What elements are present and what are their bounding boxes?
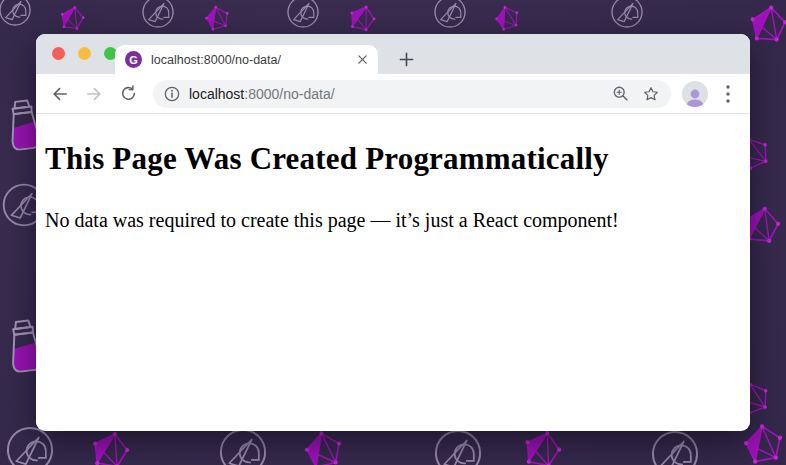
- reload-icon: [119, 84, 138, 103]
- gem-icon: [204, 5, 230, 31]
- kebab-menu-icon[interactable]: [718, 82, 738, 106]
- page-paragraph: No data was required to create this page…: [45, 209, 741, 232]
- traffic-light-close-button[interactable]: [52, 47, 65, 60]
- gem-icon: [522, 429, 562, 465]
- desktop-background: G localhost:8000/no-data/: [0, 0, 786, 465]
- gem-icon: [748, 4, 786, 44]
- gatsby-logo-icon: [218, 427, 268, 465]
- zoom-in-icon[interactable]: [612, 85, 629, 102]
- gem-icon: [348, 4, 376, 32]
- plus-icon: [399, 52, 414, 67]
- back-icon: [50, 84, 70, 104]
- page-heading: This Page Was Created Programmatically: [45, 141, 741, 177]
- forward-button[interactable]: [82, 82, 106, 106]
- browser-tab[interactable]: G localhost:8000/no-data/: [115, 45, 378, 74]
- back-button[interactable]: [48, 82, 72, 106]
- gatsby-logo-icon: [141, 0, 175, 29]
- gem-icon: [303, 430, 343, 465]
- browser-toolbar: localhost:8000/no-data/: [36, 74, 750, 114]
- gem-icon: [494, 5, 520, 31]
- gatsby-logo-icon: [0, 0, 32, 27]
- gatsby-logo-icon: [610, 0, 644, 29]
- traffic-light-minimize-button[interactable]: [78, 47, 91, 60]
- gatsby-logo-icon: [650, 429, 700, 465]
- tab-close-icon[interactable]: [357, 54, 368, 65]
- gatsby-logo-icon: [433, 428, 483, 465]
- url-path: :8000/no-data/: [244, 86, 334, 102]
- url-host: localhost: [189, 86, 244, 102]
- tab-title: localhost:8000/no-data/: [151, 53, 349, 67]
- gem-icon: [59, 5, 85, 31]
- url-text[interactable]: localhost:8000/no-data/: [189, 86, 599, 102]
- gatsby-logo-icon: [286, 0, 320, 29]
- browser-window: G localhost:8000/no-data/: [36, 34, 750, 431]
- forward-icon: [84, 84, 104, 104]
- gem-icon: [90, 430, 130, 465]
- address-bar[interactable]: localhost:8000/no-data/: [153, 80, 671, 108]
- info-icon[interactable]: [164, 86, 180, 102]
- gem-icon: [742, 423, 784, 465]
- page-content: This Page Was Created Programmatically N…: [36, 114, 750, 430]
- gatsby-favicon: G: [125, 51, 142, 68]
- tab-bar: G localhost:8000/no-data/: [36, 34, 750, 74]
- gatsby-logo-icon: [5, 425, 55, 465]
- avatar[interactable]: [682, 81, 708, 107]
- bookmark-star-icon[interactable]: [642, 85, 660, 103]
- gatsby-logo-icon: [433, 0, 467, 29]
- new-tab-button[interactable]: [391, 45, 421, 74]
- reload-button[interactable]: [116, 82, 140, 106]
